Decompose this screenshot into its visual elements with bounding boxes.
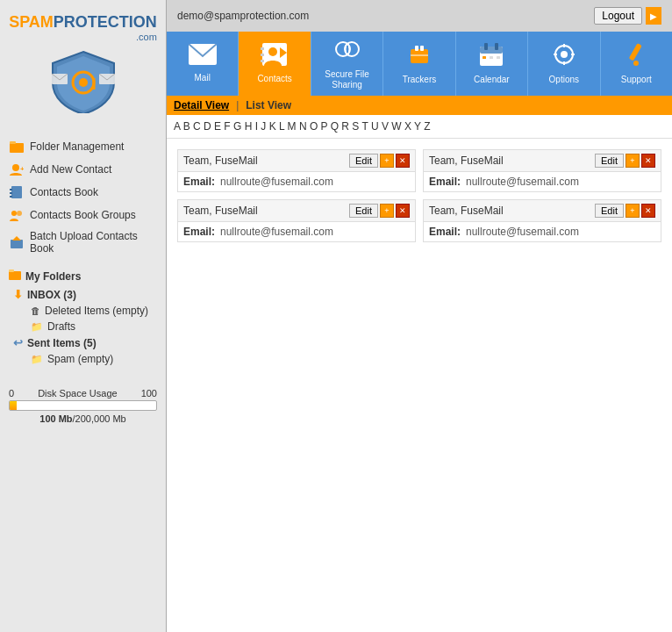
tab-options[interactable]: Options xyxy=(528,32,600,96)
logout-button[interactable]: Logout xyxy=(594,7,642,25)
sidebar-item-add-contact[interactable]: + Add New Contact xyxy=(0,158,166,181)
contact-card-0-header: Team, FuseMail Edit + ✕ xyxy=(178,150,415,172)
folder-item-spam[interactable]: 📁 Spam (empty) xyxy=(9,351,157,367)
sidebar-nav: Folder Management + Add New Contact Cont… xyxy=(0,131,166,262)
inner-content: Detail View | List View A B C D E F G H … xyxy=(167,96,672,632)
svg-rect-45 xyxy=(629,43,642,61)
folder-item-deleted[interactable]: 🗑 Deleted Items (empty) xyxy=(9,303,157,319)
contact-card-0: Team, FuseMail Edit + ✕ Email: nullroute… xyxy=(177,149,416,192)
contact-1-delete-button[interactable]: ✕ xyxy=(641,154,655,168)
contact-3-delete-button[interactable]: ✕ xyxy=(641,204,655,218)
tab-contacts-label: Contacts xyxy=(257,74,291,84)
contact-0-body: Email: nullroute@fusemail.com xyxy=(178,172,415,191)
disk-min: 0 xyxy=(9,388,14,399)
tab-support[interactable]: Support xyxy=(601,32,672,96)
view-bar: Detail View | List View xyxy=(167,96,672,115)
contact-1-copy-button[interactable]: + xyxy=(626,154,640,168)
svg-rect-12 xyxy=(10,196,12,198)
contact-card-2-header: Team, FuseMail Edit + ✕ xyxy=(178,200,415,222)
contact-1-actions: Edit + ✕ xyxy=(595,154,655,168)
svg-rect-35 xyxy=(495,43,498,50)
tab-secure-file-sharing[interactable]: Secure File Sharing xyxy=(311,32,383,96)
svg-point-7 xyxy=(12,164,19,171)
svg-rect-22 xyxy=(261,54,264,56)
alphabet-bar: A B C D E F G H I J K L M N O P Q R S T … xyxy=(167,115,672,139)
contacts-grid: Team, FuseMail Edit + ✕ Email: nullroute… xyxy=(167,139,672,253)
contact-0-copy-button[interactable]: + xyxy=(380,154,394,168)
disk-label: Disk Space Usage xyxy=(38,388,118,399)
deleted-icon: 🗑 xyxy=(31,305,40,316)
contact-card-1: Team, FuseMail Edit + ✕ Email: nullroute… xyxy=(423,149,661,192)
sidebar-item-contacts-groups[interactable]: Contacts Book Groups xyxy=(0,204,166,226)
contact-2-copy-button[interactable]: + xyxy=(380,204,394,218)
drafts-icon: 📁 xyxy=(31,321,43,333)
contact-card-1-header: Team, FuseMail Edit + ✕ xyxy=(424,150,661,172)
contact-1-name: Team, FuseMail xyxy=(429,154,504,167)
tab-mail-label: Mail xyxy=(195,73,211,83)
logo-protection: PROTECTION xyxy=(54,13,157,31)
contact-3-edit-button[interactable]: Edit xyxy=(595,204,624,218)
tab-options-label: Options xyxy=(549,75,579,85)
tab-trackers[interactable]: Trackers xyxy=(383,32,455,96)
shield-icon xyxy=(9,47,157,113)
alphabet-letters[interactable]: A B C D E F G H I J K L M N O P Q R S T … xyxy=(174,120,431,133)
tab-calendar[interactable]: Calendar xyxy=(456,32,528,96)
svg-rect-18 xyxy=(9,269,14,272)
detail-view-link[interactable]: Detail View xyxy=(174,99,229,111)
list-view-link[interactable]: List View xyxy=(246,99,291,111)
folder-section-title: My Folders xyxy=(9,269,157,283)
svg-point-1 xyxy=(79,78,88,87)
my-folders-icon xyxy=(9,269,21,283)
svg-point-46 xyxy=(633,61,639,66)
contacts-icon xyxy=(261,43,289,71)
svg-rect-21 xyxy=(261,47,264,50)
logout-arrow-icon[interactable]: ▶ xyxy=(646,7,661,25)
svg-rect-17 xyxy=(9,271,21,280)
calendar-icon xyxy=(478,42,504,72)
sidebar-item-batch-upload[interactable]: Batch Upload Contacts Book xyxy=(0,226,166,258)
folder-section: My Folders ⬇ INBOX (3) 🗑 Deleted Items (… xyxy=(0,262,166,370)
contact-1-email: nullroute@fusemail.com xyxy=(466,176,579,188)
contact-0-edit-button[interactable]: Edit xyxy=(349,154,378,168)
contact-2-edit-button[interactable]: Edit xyxy=(349,204,378,218)
folder-item-sent[interactable]: ↩ Sent Items (5) xyxy=(9,334,157,351)
svg-rect-33 xyxy=(480,47,503,54)
contact-3-email: nullroute@fusemail.com xyxy=(466,226,579,238)
tab-mail[interactable]: Mail xyxy=(167,32,239,96)
contact-3-copy-button[interactable]: + xyxy=(626,204,640,218)
contact-3-email-label: Email: xyxy=(429,226,461,238)
disk-usage-section: 0 Disk Space Usage 100 100 Mb/200,000 Mb xyxy=(0,379,166,433)
contact-1-edit-button[interactable]: Edit xyxy=(595,154,624,168)
support-icon xyxy=(623,42,649,72)
contact-0-delete-button[interactable]: ✕ xyxy=(396,154,410,168)
contact-3-body: Email: nullroute@fusemail.com xyxy=(424,222,661,241)
disk-usage-text: 100 Mb/200,000 Mb xyxy=(9,413,157,424)
contact-0-actions: Edit + ✕ xyxy=(349,154,410,168)
folder-item-inbox[interactable]: ⬇ INBOX (3) xyxy=(9,286,157,303)
svg-point-13 xyxy=(11,211,17,216)
tab-contacts[interactable]: Contacts xyxy=(239,32,311,96)
sidebar-item-folder-management[interactable]: Folder Management xyxy=(0,135,166,158)
svg-rect-37 xyxy=(490,56,493,59)
secure-file-icon xyxy=(334,37,361,67)
logout-area: Logout ▶ xyxy=(594,7,661,25)
contact-2-delete-button[interactable]: ✕ xyxy=(396,204,410,218)
disk-bar-fill xyxy=(10,401,17,410)
contact-2-email-label: Email: xyxy=(183,226,215,238)
folder-item-drafts[interactable]: 📁 Drafts xyxy=(9,319,157,334)
trackers-icon xyxy=(406,42,433,72)
svg-rect-5 xyxy=(10,143,24,153)
content-area: demo@spamprotection.com Logout ▶ Mail xyxy=(167,0,672,632)
contacts-groups-icon xyxy=(9,207,25,223)
disk-bar-background xyxy=(9,400,157,411)
svg-rect-10 xyxy=(10,189,12,190)
contact-0-email-label: Email: xyxy=(183,176,215,188)
svg-rect-15 xyxy=(11,240,23,248)
disk-max: 100 xyxy=(141,388,157,399)
tab-support-label: Support xyxy=(621,75,652,85)
tab-secure-file-label: Secure File Sharing xyxy=(325,69,369,90)
sidebar-item-contacts-book[interactable]: Contacts Book xyxy=(0,181,166,204)
mail-icon xyxy=(189,44,217,70)
logo-spam: SPAM xyxy=(9,13,54,31)
svg-rect-6 xyxy=(10,141,16,144)
